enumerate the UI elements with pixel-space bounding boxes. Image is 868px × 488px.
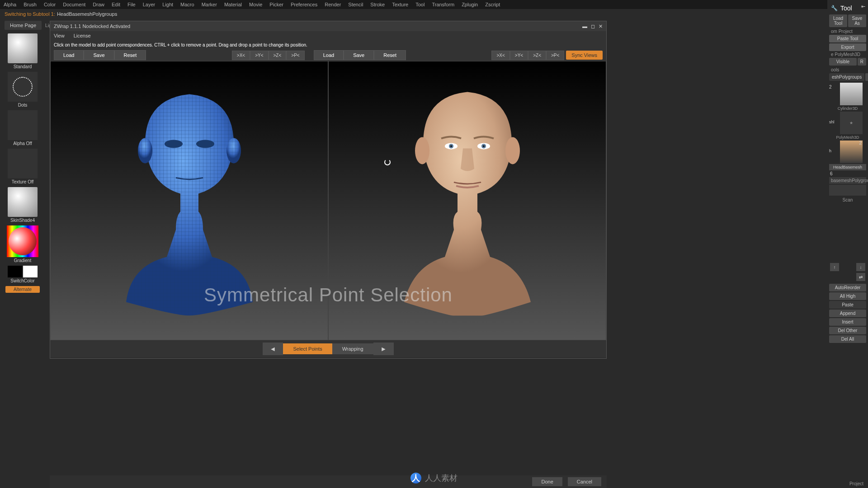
- eshpolygroups-button[interactable]: eshPolygroups: [829, 73, 864, 81]
- right-z-button[interactable]: >Z<: [528, 51, 546, 60]
- right-save-button[interactable]: Save: [344, 50, 374, 60]
- menu-brush[interactable]: Brush: [24, 2, 37, 7]
- load-tool-button[interactable]: Load Tool: [829, 14, 847, 27]
- polymesh3d-label[interactable]: e PolyMesh3D: [829, 51, 866, 58]
- done-button[interactable]: Done: [532, 477, 562, 486]
- menu-layer[interactable]: Layer: [143, 2, 156, 7]
- visible-button[interactable]: Visible: [829, 58, 857, 66]
- menu-color[interactable]: Color: [44, 2, 56, 7]
- menu-material[interactable]: Material: [224, 2, 242, 7]
- color-picker[interactable]: [7, 225, 38, 257]
- menu-alpha[interactable]: Alpha: [4, 2, 16, 7]
- autoreorder-button[interactable]: AutoReorder: [829, 284, 866, 291]
- step-wrapping[interactable]: Wrapping: [332, 343, 373, 354]
- menu-marker[interactable]: Marker: [202, 2, 217, 7]
- menu-picker[interactable]: Picker: [269, 2, 283, 7]
- om-project-label[interactable]: om Project: [829, 28, 866, 35]
- swatch-black[interactable]: [8, 266, 22, 277]
- texture-thumb[interactable]: [8, 149, 38, 178]
- menu-texture[interactable]: Texture: [392, 2, 408, 7]
- r-button[interactable]: R: [858, 58, 866, 66]
- right-viewport[interactable]: [328, 61, 606, 340]
- right-load-button[interactable]: Load: [314, 50, 344, 60]
- sync-views-button[interactable]: Sync Views: [566, 51, 603, 60]
- up-arrow-button[interactable]: ↑: [830, 263, 839, 271]
- project-label[interactable]: Project: [849, 481, 863, 486]
- cancel-button[interactable]: Cancel: [568, 477, 601, 486]
- left-y-button[interactable]: >Y<: [250, 51, 268, 60]
- step-select-points[interactable]: Select Points: [283, 343, 332, 354]
- menu-edit[interactable]: Edit: [112, 2, 120, 7]
- polymesh3d-thumb[interactable]: ★: [840, 112, 863, 134]
- append-button[interactable]: Append: [829, 310, 866, 317]
- stroke-label: Dots: [2, 103, 43, 108]
- r2-button[interactable]: R: [865, 73, 868, 81]
- texture-label: Texture Off: [2, 179, 43, 184]
- right-reset-button[interactable]: Reset: [374, 50, 406, 60]
- material-thumb[interactable]: [8, 187, 38, 217]
- left-x-button[interactable]: >X<: [232, 51, 250, 60]
- stroke-thumb[interactable]: [8, 72, 38, 102]
- scan-label[interactable]: Scan: [829, 197, 866, 203]
- left-viewport[interactable]: [50, 61, 328, 340]
- photo-head-scan[interactable]: [391, 76, 544, 315]
- delother-button[interactable]: Del Other: [829, 327, 866, 334]
- menu-light[interactable]: Light: [162, 2, 173, 7]
- slider-6[interactable]: 6: [830, 171, 833, 176]
- menu-document[interactable]: Document: [63, 2, 85, 7]
- step-prev-button[interactable]: ◄: [263, 343, 283, 355]
- maximize-icon[interactable]: ◻: [591, 23, 595, 29]
- menu-zplugin[interactable]: Zplugin: [462, 2, 478, 7]
- zwrap-menu-view[interactable]: View: [54, 33, 65, 38]
- close-icon[interactable]: ✕: [599, 23, 603, 29]
- minimize-icon[interactable]: ▬: [582, 23, 587, 29]
- collapse-icon[interactable]: ⇤: [861, 4, 865, 9]
- save-as-button[interactable]: Save As: [848, 14, 866, 27]
- menu-transform[interactable]: Transform: [432, 2, 454, 7]
- menu-zscript[interactable]: Zscript: [485, 2, 500, 7]
- slider-track-1[interactable]: [829, 185, 866, 196]
- watermark-text: 人人素材: [425, 473, 458, 483]
- left-panel: Standard Dots Alpha Off Texture Off Skin…: [0, 32, 45, 296]
- menu-preferences[interactable]: Preferences: [291, 2, 317, 7]
- paste-tool-button[interactable]: Paste Tool: [829, 35, 866, 42]
- headbasemesh-thumb[interactable]: 2: [840, 141, 863, 163]
- allhigh-button[interactable]: All High: [829, 292, 866, 300]
- alternate-button[interactable]: Alternate: [5, 286, 40, 293]
- tool-panel-header[interactable]: Tool: [829, 2, 866, 14]
- zwrap-titlebar[interactable]: ZWrap 1.1.1 Nodelocked Activated ▬ ◻ ✕: [50, 21, 606, 31]
- menu-tool[interactable]: Tool: [415, 2, 425, 7]
- alpha-thumb[interactable]: [8, 110, 38, 140]
- gradient-label[interactable]: Gradient: [2, 258, 43, 263]
- left-z-button[interactable]: >Z<: [269, 51, 287, 60]
- switchcolor-label[interactable]: SwitchColor: [2, 278, 43, 283]
- menu-draw[interactable]: Draw: [93, 2, 104, 7]
- menu-render[interactable]: Render: [325, 2, 341, 7]
- left-load-button[interactable]: Load: [54, 50, 84, 60]
- menu-file[interactable]: File: [127, 2, 136, 7]
- paste-button[interactable]: Paste: [829, 301, 866, 309]
- right-x-button[interactable]: >X<: [491, 51, 509, 60]
- home-page-button[interactable]: Home Page: [5, 21, 42, 30]
- right-y-button[interactable]: >Y<: [510, 51, 528, 60]
- left-save-button[interactable]: Save: [84, 50, 114, 60]
- insert-button[interactable]: Insert: [829, 318, 866, 326]
- delall-button[interactable]: Del All: [829, 335, 866, 343]
- basemeshpoly-label[interactable]: basemeshPolygroups: [829, 177, 866, 184]
- left-reset-button[interactable]: Reset: [114, 50, 146, 60]
- down-arrow-button[interactable]: ↓: [856, 263, 865, 271]
- left-p-button[interactable]: >P<: [286, 51, 304, 60]
- menu-movie[interactable]: Movie: [249, 2, 262, 7]
- wireframe-head-model[interactable]: [113, 76, 266, 315]
- step-next-button[interactable]: ►: [373, 343, 394, 355]
- cylinder3d-thumb[interactable]: [840, 83, 863, 105]
- zwrap-menu-license[interactable]: License: [74, 33, 91, 38]
- brush-thumb[interactable]: [8, 33, 38, 63]
- menu-stroke[interactable]: Stroke: [370, 2, 385, 7]
- swatch-white[interactable]: [23, 266, 38, 277]
- swap-arrow-button[interactable]: ⇄: [856, 273, 865, 281]
- menu-macro[interactable]: Macro: [180, 2, 194, 7]
- menu-stencil[interactable]: Stencil: [348, 2, 363, 7]
- right-p-button[interactable]: >P<: [546, 51, 564, 60]
- export-button[interactable]: Export: [829, 43, 866, 51]
